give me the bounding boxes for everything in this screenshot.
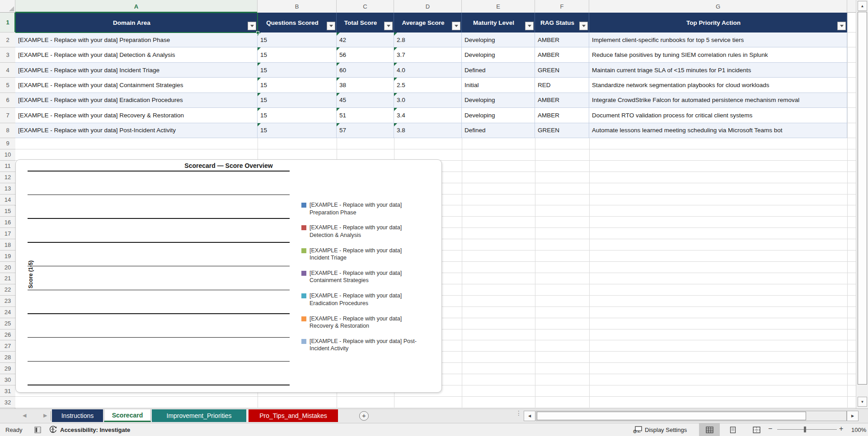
cell-F3[interactable]: AMBER (535, 47, 589, 62)
cell-C2[interactable]: 42 (337, 32, 394, 47)
cell-B7[interactable]: 15 (258, 108, 337, 123)
row-header-10[interactable]: 10 (0, 149, 15, 161)
cell-F7[interactable]: AMBER (535, 108, 589, 123)
cell-E6[interactable]: Developing (462, 93, 535, 108)
filter-button-G[interactable] (837, 22, 846, 30)
cell-D5[interactable]: 2.5 (394, 78, 462, 93)
cell-C8[interactable]: 57 (337, 123, 394, 138)
page-layout-view-button[interactable] (723, 423, 743, 436)
cell-G3[interactable]: Reduce false positives by tuning SIEM co… (589, 47, 847, 62)
tab-scroll-left-icon[interactable]: ◀ (23, 413, 26, 418)
zoom-in-button[interactable]: + (839, 425, 843, 433)
embedded-chart[interactable]: Scorecard — Score Overview Score (1-5) [… (15, 159, 442, 393)
cell-F6[interactable]: AMBER (535, 93, 589, 108)
new-sheet-button[interactable]: + (359, 411, 369, 421)
cell-D4[interactable]: 4.0 (394, 63, 462, 78)
column-header-E[interactable]: E (462, 0, 535, 13)
cell-D8[interactable]: 3.8 (394, 123, 462, 138)
row-header-18[interactable]: 18 (0, 239, 15, 250)
horizontal-scrollbar[interactable] (536, 411, 847, 421)
cell-G2[interactable]: Implement client-specific runbooks for t… (589, 32, 847, 47)
sheet-tab-pro_tips_and_mistakes[interactable]: Pro_Tips_and_Mistakes (249, 409, 338, 422)
cell-G4[interactable]: Maintain current triage SLA of <15 minut… (589, 63, 847, 78)
row-header-3[interactable]: 3 (0, 47, 15, 62)
filter-button-F[interactable] (579, 22, 588, 30)
zoom-level[interactable]: 100% (851, 423, 866, 436)
hscroll-right-button[interactable]: ▶ (847, 411, 859, 421)
filter-button-A[interactable] (248, 22, 256, 30)
row-header-9[interactable]: 9 (0, 138, 15, 149)
cell-E5[interactable]: Initial (462, 78, 535, 93)
row-header-14[interactable]: 14 (0, 195, 15, 206)
vertical-scrollbar[interactable]: ▲ ▼ (856, 0, 868, 408)
filter-button-B[interactable] (327, 22, 335, 30)
vertical-scrollbar-thumb[interactable] (858, 12, 867, 385)
column-header-D[interactable]: D (394, 0, 462, 13)
row-header-28[interactable]: 28 (0, 352, 15, 363)
zoom-slider-track[interactable] (777, 429, 837, 430)
sheet-tab-scorecard[interactable]: Scorecard (104, 409, 151, 422)
hscroll-left-button[interactable]: ◀ (524, 411, 535, 421)
cell-C3[interactable]: 56 (337, 47, 394, 62)
row-header-20[interactable]: 20 (0, 262, 15, 273)
cell-D3[interactable]: 3.7 (394, 47, 462, 62)
cell-E8[interactable]: Defined (462, 123, 535, 138)
cell-A6[interactable]: [EXAMPLE - Replace with your data] Eradi… (15, 93, 258, 108)
horizontal-scrollbar-thumb[interactable] (537, 412, 806, 420)
cell-G5[interactable]: Standardize network segmentation playboo… (589, 78, 847, 93)
row-header-29[interactable]: 29 (0, 363, 15, 374)
filter-button-D[interactable] (452, 22, 460, 30)
column-header-F[interactable]: F (535, 0, 589, 13)
table-header-cell-E1[interactable]: Maturity Level (462, 13, 535, 32)
cell-F2[interactable]: AMBER (535, 32, 589, 47)
macro-record-button[interactable] (34, 423, 41, 436)
row-header-7[interactable]: 7 (0, 108, 15, 123)
sheet-tab-instructions[interactable]: Instructions (52, 409, 103, 422)
row-header-1[interactable]: 1 (0, 13, 15, 32)
cell-B4[interactable]: 15 (258, 63, 337, 78)
cell-A3[interactable]: [EXAMPLE - Replace with your data] Detec… (15, 47, 258, 62)
row-header-23[interactable]: 23 (0, 296, 15, 307)
row-header-22[interactable]: 22 (0, 284, 15, 296)
normal-view-button[interactable] (699, 423, 720, 436)
cell-C7[interactable]: 51 (337, 108, 394, 123)
row-header-32[interactable]: 32 (0, 397, 15, 408)
column-header-B[interactable]: B (258, 0, 337, 13)
cell-F5[interactable]: RED (535, 78, 589, 93)
row-header-17[interactable]: 17 (0, 228, 15, 239)
page-break-preview-button[interactable] (746, 423, 767, 436)
cell-D7[interactable]: 3.4 (394, 108, 462, 123)
row-header-13[interactable]: 13 (0, 183, 15, 195)
accessibility-status-button[interactable]: Accessibility: Investigate (49, 423, 130, 436)
row-header-26[interactable]: 26 (0, 329, 15, 341)
zoom-slider-thumb[interactable] (804, 427, 806, 432)
cell-E4[interactable]: Defined (462, 63, 535, 78)
cell-B6[interactable]: 15 (258, 93, 337, 108)
display-settings-button[interactable]: ⚙ Display Settings (633, 423, 687, 436)
column-header-A[interactable]: A (15, 0, 258, 13)
cell-F8[interactable]: GREEN (535, 123, 589, 138)
scroll-down-button[interactable]: ▼ (858, 397, 867, 407)
row-header-8[interactable]: 8 (0, 123, 15, 138)
cell-E2[interactable]: Developing (462, 32, 535, 47)
row-header-11[interactable]: 11 (0, 161, 15, 172)
cell-A4[interactable]: [EXAMPLE - Replace with your data] Incid… (15, 63, 258, 78)
row-header-21[interactable]: 21 (0, 273, 15, 284)
cell-G8[interactable]: Automate lessons learned meeting schedul… (589, 123, 847, 138)
row-header-4[interactable]: 4 (0, 63, 15, 78)
row-header-30[interactable]: 30 (0, 374, 15, 385)
cell-A8[interactable]: [EXAMPLE - Replace with your data] Post-… (15, 123, 258, 138)
scroll-up-button[interactable]: ▲ (858, 1, 867, 11)
cell-B8[interactable]: 15 (258, 123, 337, 138)
cell-B3[interactable]: 15 (258, 47, 337, 62)
row-header-27[interactable]: 27 (0, 341, 15, 352)
row-header-6[interactable]: 6 (0, 93, 15, 108)
cell-E7[interactable]: Developing (462, 108, 535, 123)
cell-C4[interactable]: 60 (337, 63, 394, 78)
tab-scroll-right-icon[interactable]: ▶ (43, 413, 47, 418)
cell-D2[interactable]: 2.8 (394, 32, 462, 47)
row-header-25[interactable]: 25 (0, 318, 15, 329)
select-all-button[interactable] (0, 0, 15, 13)
row-header-12[interactable]: 12 (0, 172, 15, 183)
cell-A7[interactable]: [EXAMPLE - Replace with your data] Recov… (15, 108, 258, 123)
